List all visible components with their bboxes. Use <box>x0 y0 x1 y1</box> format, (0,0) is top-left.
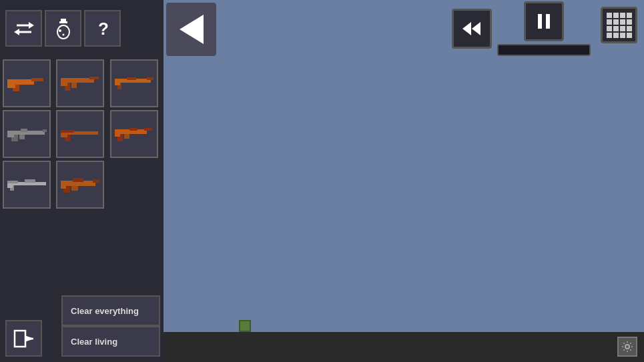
svg-rect-2 <box>61 19 66 23</box>
svg-rect-12 <box>7 85 15 88</box>
grid-toggle-button[interactable] <box>601 7 637 43</box>
svg-rect-55 <box>538 14 542 29</box>
svg-rect-17 <box>61 83 67 86</box>
exit-button[interactable] <box>5 320 42 357</box>
svg-rect-48 <box>61 186 66 189</box>
rewind-button[interactable] <box>452 9 492 49</box>
svg-rect-50 <box>15 331 25 347</box>
grid-icon <box>607 13 632 38</box>
svg-rect-13 <box>61 78 94 83</box>
svg-rect-34 <box>144 128 152 131</box>
left-panel: ? <box>0 0 164 362</box>
svg-rect-42 <box>7 185 13 188</box>
weapon-shotgun[interactable] <box>56 110 104 158</box>
weapon-pistol[interactable] <box>3 59 51 107</box>
svg-point-5 <box>58 26 69 38</box>
svg-marker-1 <box>14 29 19 35</box>
weapon-mg[interactable] <box>3 110 51 158</box>
svg-rect-28 <box>21 129 27 132</box>
svg-rect-32 <box>61 135 67 137</box>
help-button[interactable]: ? <box>84 10 121 47</box>
bottom-section: Clear everything Clear living <box>0 351 164 362</box>
svg-rect-9 <box>7 79 34 85</box>
svg-point-52 <box>625 345 629 349</box>
play-controls <box>327 0 644 57</box>
svg-rect-47 <box>71 186 78 191</box>
svg-rect-16 <box>71 83 77 88</box>
svg-marker-53 <box>462 22 471 35</box>
svg-text:?: ? <box>98 19 109 39</box>
swap-button[interactable] <box>5 10 42 47</box>
svg-rect-37 <box>115 134 120 137</box>
back-arrow-icon <box>180 15 204 44</box>
weapon-minigun[interactable] <box>56 161 104 209</box>
svg-rect-36 <box>124 134 129 139</box>
weapon-assault[interactable] <box>110 110 158 158</box>
svg-rect-38 <box>129 128 137 131</box>
svg-rect-27 <box>7 135 14 137</box>
pause-button[interactable] <box>524 1 564 41</box>
player-entity <box>239 320 251 332</box>
svg-rect-22 <box>127 77 136 80</box>
clear-everything-button[interactable]: Clear everything <box>61 295 160 326</box>
potion-button[interactable] <box>45 10 81 47</box>
game-area[interactable] <box>164 0 644 362</box>
svg-rect-21 <box>115 83 120 85</box>
top-toolbar: ? <box>0 0 164 57</box>
svg-point-6 <box>59 29 61 32</box>
svg-rect-43 <box>25 179 35 183</box>
svg-rect-40 <box>7 181 18 183</box>
svg-point-7 <box>62 33 64 35</box>
svg-rect-3 <box>59 21 67 23</box>
svg-rect-14 <box>89 77 99 79</box>
svg-rect-49 <box>73 178 83 182</box>
svg-rect-30 <box>61 130 74 133</box>
svg-marker-54 <box>472 22 480 35</box>
weapon-smg[interactable] <box>56 59 104 107</box>
weapon-grid <box>0 57 164 211</box>
svg-rect-45 <box>93 179 99 183</box>
back-button[interactable] <box>166 3 216 56</box>
svg-rect-19 <box>147 77 153 80</box>
svg-rect-26 <box>19 135 25 139</box>
ground <box>164 332 644 362</box>
weapon-sniper[interactable] <box>3 161 51 209</box>
progress-bar-container <box>497 44 591 56</box>
weapon-rifle[interactable] <box>110 59 158 107</box>
svg-marker-0 <box>29 22 34 29</box>
svg-rect-24 <box>43 129 47 132</box>
context-menu: Clear everything Clear living <box>61 295 160 357</box>
settings-icon[interactable] <box>617 337 637 357</box>
clear-living-button[interactable]: Clear living <box>61 326 160 357</box>
svg-rect-56 <box>546 14 550 29</box>
svg-rect-10 <box>31 78 43 81</box>
svg-point-4 <box>57 25 70 39</box>
